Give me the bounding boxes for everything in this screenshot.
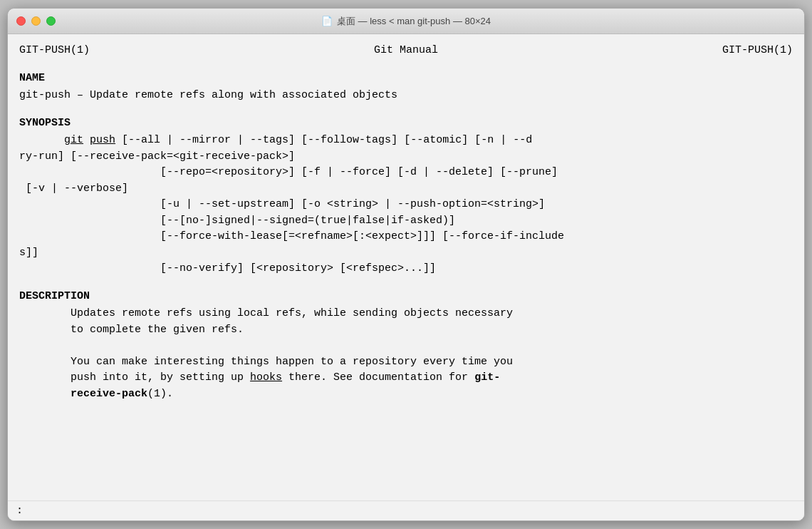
header-center: Git Manual [374,43,438,59]
name-section: NAME git-push – Update remote refs along… [19,71,793,104]
synopsis-line7: [--force-with-lease[=<refname>[:<expect>… [19,229,793,245]
titlebar: 📄 桌面 — less < man git-push — 80×24 [8,9,804,34]
synopsis-line1: git push [--all | --mirror | --tags] [--… [19,133,793,149]
description-line3: You can make interesting things happen t… [19,354,793,371]
description-line5: receive-pack(1). [19,386,793,403]
terminal-window: 📄 桌面 — less < man git-push — 80×24 GIT-P… [7,8,805,521]
synopsis-line8: s]] [19,245,793,262]
git-receive-pack-bold: git- [474,371,500,384]
statusbar-prompt: : [16,505,23,517]
synopsis-section: SYNOPSIS git push [--all | --mirror | --… [19,115,793,277]
synopsis-line6: [--[no-]signed|--signed=(true|false|if-a… [19,213,793,230]
description-title: DESCRIPTION [19,289,793,305]
maximize-button[interactable] [46,16,56,26]
name-text: git-push – Update remote refs along with… [19,89,397,101]
description-section: DESCRIPTION Updates remote refs using lo… [19,289,793,403]
name-content: git-push – Update remote refs along with… [19,88,793,104]
description-line4: push into it, by setting up hooks there.… [19,370,793,386]
receive-pack-bold: receive-pack [71,388,147,400]
terminal-content[interactable]: GIT-PUSH(1) Git Manual GIT-PUSH(1) NAME … [8,34,804,500]
header-left: GIT-PUSH(1) [19,43,90,59]
synopsis-line9: [--no-verify] [<repository> [<refspec>..… [19,261,793,277]
minimize-button[interactable] [31,16,41,26]
window-title: 📄 桌面 — less < man git-push — 80×24 [321,15,491,28]
synopsis-title: SYNOPSIS [19,115,793,132]
synopsis-line3: [--repo=<repository>] [-f | --force] [-d… [19,165,793,181]
description-line2: to complete the given refs. [19,322,793,339]
traffic-lights [16,16,56,26]
header-right: GIT-PUSH(1) [722,43,793,59]
name-title: NAME [19,71,793,87]
synopsis-line2: ry-run] [--receive-pack=<git-receive-pac… [19,149,793,165]
synopsis-line4: [-v | --verbose] [19,181,793,197]
synopsis-line5: [-u | --set-upstream] [-o <string> | --p… [19,197,793,213]
close-button[interactable] [16,16,26,26]
description-spacer [19,338,793,354]
title-icon: 📄 [321,16,333,26]
man-header: GIT-PUSH(1) Git Manual GIT-PUSH(1) [19,43,793,59]
git-underline: git [64,134,83,146]
push-underline: push [90,134,115,146]
description-line1: Updates remote refs using local refs, wh… [19,306,793,322]
title-text: 桌面 — less < man git-push — 80×24 [337,15,491,28]
hooks-link: hooks [250,371,282,384]
statusbar: : [8,500,804,520]
